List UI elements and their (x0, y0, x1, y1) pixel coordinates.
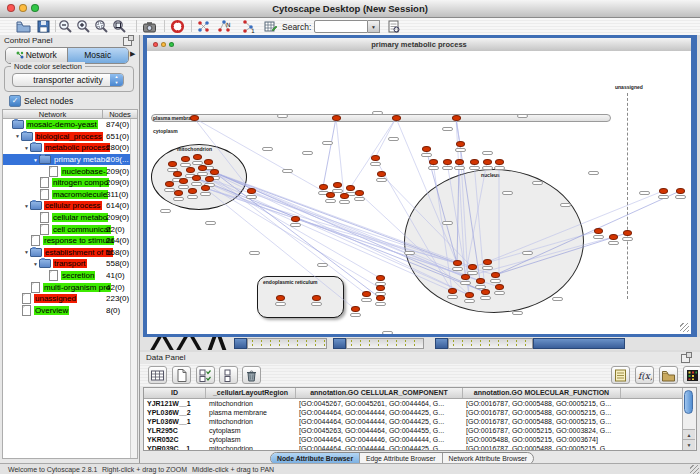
network-edge[interactable] (495, 233, 627, 275)
zoom-in-button[interactable] (76, 19, 92, 34)
table-row-ypl036w__2[interactable]: YPL036W__2plasma membrane[GO:0044464, GO… (144, 408, 696, 417)
column-header-cellular-component[interactable]: annotation.GO CELLULAR_COMPONENT (296, 388, 463, 398)
network-node[interactable] (481, 289, 490, 295)
background-window-fragment[interactable] (150, 337, 162, 350)
network-node[interactable] (468, 264, 477, 270)
minimized-window-icon[interactable] (234, 338, 247, 349)
network-node[interactable] (376, 285, 385, 291)
network-node[interactable] (456, 141, 465, 147)
network-tool-c-button[interactable]: 1 (241, 19, 257, 34)
network-node[interactable] (165, 181, 174, 187)
column-header-region[interactable]: _cellularLayoutRegion (206, 388, 296, 398)
network-edge[interactable] (359, 193, 469, 295)
table-row-ydr039c__1[interactable]: YDR039C__1mitochondrion[GO:0044464, GO:0… (144, 444, 696, 451)
tree-row-establishment-of-lo[interactable]: ▼establishment of lo558(0) (3, 247, 137, 259)
background-window-fragment[interactable] (190, 337, 202, 350)
minimized-window-icon[interactable] (333, 338, 346, 349)
network-edge[interactable] (465, 237, 613, 277)
network-edge[interactable] (205, 188, 355, 309)
network-node[interactable] (346, 185, 355, 191)
background-window-fragment[interactable] (218, 337, 227, 350)
search-options-button[interactable] (386, 19, 402, 34)
network-node[interactable] (476, 278, 485, 284)
zoom-fit-button[interactable] (112, 19, 128, 34)
network-node[interactable] (188, 188, 197, 194)
network-node[interactable] (319, 184, 328, 190)
network-node[interactable] (179, 178, 188, 184)
network-node[interactable] (205, 176, 214, 182)
network-node[interactable] (186, 167, 195, 173)
tab-mosaic[interactable]: Mosaic (67, 48, 129, 63)
tab-overflow-arrow[interactable]: ▶ (130, 50, 135, 58)
network-edge[interactable] (205, 188, 495, 275)
background-window-fragment[interactable] (162, 337, 174, 350)
open-file-button[interactable] (16, 19, 32, 34)
function-builder-button[interactable]: f(x) (635, 366, 654, 384)
network-node[interactable] (198, 165, 207, 171)
tree-row-unassigned[interactable]: unassigned223(0) (3, 293, 137, 305)
network-node[interactable] (659, 188, 668, 194)
network-node[interactable] (483, 259, 492, 265)
network-node[interactable] (377, 171, 386, 177)
network-edge[interactable] (202, 168, 366, 294)
network-node[interactable] (422, 146, 431, 152)
select-nodes-checkbox[interactable]: ✓ (9, 95, 21, 107)
network-node[interactable] (448, 288, 457, 294)
network-node[interactable] (201, 185, 210, 191)
expand-arrow-icon[interactable]: ▼ (23, 249, 30, 255)
scroll-down-icon[interactable]: ▼ (683, 439, 695, 450)
tab-network[interactable]: Network (6, 48, 67, 63)
network-node[interactable] (173, 171, 182, 177)
network-node[interactable] (351, 306, 360, 312)
network-node[interactable] (181, 156, 190, 162)
tree-row-nitrogen-compo[interactable]: nitrogen compo209(0) (3, 177, 137, 189)
tree-row-overview[interactable]: Overview8(0) (3, 305, 137, 317)
network-edge[interactable] (433, 162, 452, 291)
float-panel-icon[interactable] (681, 354, 690, 363)
search-input[interactable] (314, 20, 368, 33)
column-header-molecular-function[interactable]: annotation.GO MOLECULAR_FUNCTION (463, 388, 621, 398)
attribute-notes-button[interactable] (611, 366, 630, 384)
network-node[interactable] (483, 159, 492, 165)
network-tool-b-button[interactable]: N (217, 19, 233, 34)
network-edge[interactable] (350, 118, 396, 188)
network-node[interactable] (371, 155, 380, 161)
network-node[interactable] (495, 284, 504, 290)
color-attribute-dropdown[interactable]: transporter activity ▲▼ (12, 73, 124, 87)
network-node[interactable] (332, 115, 341, 121)
save-session-button[interactable] (36, 19, 52, 34)
attribute-table-button[interactable] (148, 366, 167, 384)
window-resize-grip[interactable] (690, 465, 699, 474)
background-window-fragment[interactable] (208, 337, 217, 350)
background-window-fragment[interactable] (176, 337, 188, 350)
network-node[interactable] (210, 169, 219, 175)
select-attributes-button[interactable] (196, 366, 215, 384)
expand-arrow-icon[interactable]: ▼ (23, 203, 30, 209)
network-node[interactable] (465, 292, 474, 298)
network-node[interactable] (429, 159, 438, 165)
network-node[interactable] (676, 188, 685, 194)
network-node[interactable] (461, 274, 470, 280)
float-panel-icon[interactable] (123, 37, 132, 46)
tree-row-secretion[interactable]: secretion41(0) (3, 270, 137, 282)
network-node[interactable] (312, 295, 321, 301)
tree-row-multi-organism-pro[interactable]: multi-organism pro42(0) (3, 281, 137, 293)
tree-row-cell-communicat[interactable]: cell communicat22(0) (3, 223, 137, 235)
grid-edit-button[interactable] (263, 19, 279, 34)
network-edge[interactable] (251, 191, 465, 277)
snapshot-button[interactable] (142, 19, 158, 34)
network-edge[interactable] (487, 191, 663, 262)
table-row-ylr295c[interactable]: YLR295Ccytoplasm[GO:0045263, GO:0044464,… (144, 426, 696, 435)
delete-attribute-button[interactable] (242, 366, 261, 384)
tree-row-cellular-metabo[interactable]: cellular metabo209(0) (3, 212, 137, 224)
tree-scrollbar[interactable] (130, 119, 137, 458)
zoom-out-button[interactable] (58, 19, 74, 34)
tree-row-transport[interactable]: ▼transport558(0) (3, 258, 137, 270)
network-edge[interactable] (396, 118, 457, 263)
table-scrollbar[interactable]: ▲ ▼ (682, 388, 696, 450)
network-node[interactable] (276, 295, 285, 301)
network-edge[interactable] (495, 191, 680, 275)
network-node[interactable] (470, 159, 479, 165)
network-edge[interactable] (194, 118, 251, 191)
network-node[interactable] (453, 260, 462, 266)
